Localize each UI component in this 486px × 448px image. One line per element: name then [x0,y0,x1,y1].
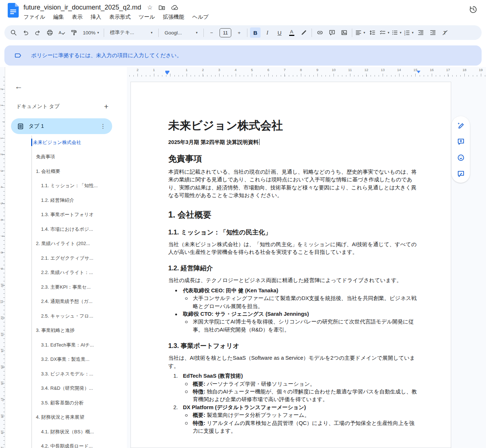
menu-item[interactable]: ヘルプ [189,13,212,21]
move-to-folder-icon[interactable] [158,4,165,11]
highlight-color-button[interactable] [298,27,309,38]
font-size-input[interactable]: 11 [220,28,231,37]
undo-button[interactable] [20,27,31,38]
outline-item[interactable]: 1. 会社概要 [5,164,127,179]
indent-increase-icon [430,29,436,36]
text-color-button[interactable]: A [286,27,297,38]
ruler-number: 1 [146,68,162,72]
left-indent-marker[interactable] [165,71,169,75]
version-history-button[interactable] [469,5,478,14]
outline-item[interactable]: 2. 業績ハイライト (202... [5,237,127,251]
menu-item[interactable]: 拡張機能 [160,13,188,21]
font-value: Googl... [165,30,182,36]
menu-bar: ファイル 編集 表示 挿入 表示形式 ツール 拡張機能 ヘルプ [20,13,212,21]
bulleted-list-button[interactable]: ▾ [391,27,402,38]
star-icon[interactable]: ☆ [147,4,152,11]
outline-item-label: 4.2. 中長期成長ロード... [41,443,93,448]
clear-formatting-button[interactable]: T [439,27,450,38]
add-comment-button[interactable] [327,27,337,38]
outline-item[interactable]: 3.4. R&D（研究開発）... [5,381,127,396]
ai-writing-help-button[interactable] [456,120,466,130]
ruler-number: 7 [0,235,4,237]
field-tag-icon [14,52,22,59]
paragraph-styles-select[interactable]: 標準テキ... ▾ [107,27,156,38]
outline-item[interactable]: 1.3. 事業ポートフォリオ [5,208,127,222]
document-title[interactable]: future_vision_ir_document_2025_q2.md [23,4,141,11]
outline-item[interactable]: 3.5. 顧客基盤の分析 [5,396,127,410]
tab-options-kebab-icon[interactable]: ⋮ [100,123,106,130]
bold-button[interactable]: B [250,27,261,38]
suggest-edits-button[interactable] [456,169,466,179]
document-page[interactable]: 未来ビジョン株式会社 2025年3月期 第2四半期 決算説明資料 免責事項 本資… [130,82,451,448]
svg-text:A: A [59,30,62,35]
menu-item[interactable]: 表示形式 [106,13,134,21]
google-docs-icon[interactable] [8,3,19,18]
redo-button[interactable] [32,27,43,38]
spellcheck-button[interactable]: A [56,27,67,38]
underline-button[interactable]: U [274,27,285,38]
insert-link-button[interactable] [314,27,325,38]
chevron-down-icon: ▾ [151,31,153,34]
emoji-reaction-button[interactable] [456,152,466,163]
outline-item[interactable]: 2.2. 業績ハイライト：... [5,266,127,280]
ruler-number: 4 [228,68,244,72]
increase-indent-button[interactable] [427,27,438,38]
outline-item[interactable]: 3.3. ビジネスモデル：... [5,367,127,381]
outline-item[interactable]: 3.2. DX事業：製造業... [5,352,127,367]
outline-item[interactable]: 4.2. 中長期成長ロード... [5,439,127,448]
menu-item[interactable]: 挿入 [87,13,104,21]
add-tab-button[interactable]: + [104,103,108,110]
ruler-number: 1 [178,68,195,72]
line-spacing-button[interactable] [367,27,378,38]
ruler-number: 5 [0,203,4,204]
increase-font-size-button[interactable]: + [234,27,244,38]
paint-format-button[interactable] [69,27,79,38]
outline-item-label: 1. 会社概要 [36,168,60,175]
outline-item[interactable]: 1.4. 市場におけるポジ... [5,222,127,237]
outline-item[interactable]: 4. 財務状況と将来展望 [5,410,127,425]
outline-item[interactable]: 3. 事業戦略と進捗 [5,323,127,338]
outline-item[interactable]: 2.4. 通期業績予想（ガ... [5,295,127,309]
ruler-number: 17 [440,68,456,72]
search-menus-button[interactable] [8,27,19,38]
outline-item[interactable]: 2.5. キャッシュ・フロ... [5,309,127,323]
ruler-number: 3 [0,170,4,172]
outline-item[interactable]: 2.3. 主要KPI：事業セ... [5,280,127,295]
print-button[interactable] [44,27,55,38]
menu-item[interactable]: ファイル [20,13,48,21]
outline-item-label: 未来ビジョン株式会社 [33,139,81,146]
outline-item[interactable]: 免責事項 [5,150,127,164]
outline-item[interactable]: 2.1. エグゼクティブサ... [5,251,127,266]
list-subitem: 概要:パーソナライズ学習・研修ソリューション。 [168,380,419,388]
ruler-number: 19 [472,68,486,72]
outline-item[interactable]: 未来ビジョン株式会社 [5,135,127,150]
cloud-saved-icon[interactable] [171,4,178,11]
indent-decrease-icon [417,29,424,36]
plus-icon: + [238,30,241,36]
ruler-number: 13 [0,332,4,336]
italic-button[interactable]: I [262,27,273,38]
decrease-font-size-button[interactable]: − [206,27,217,38]
outline-item[interactable]: 1.1. ミッション：「知性... [5,179,127,193]
insert-image-button[interactable] [339,27,349,38]
policy-banner: ポリシーに準拠するには、未入力の項目に入力してください。 [4,45,482,66]
outline-item[interactable]: 3.1. EdTech事業：AIチ... [5,338,127,352]
font-select[interactable]: Googl... ▾ [161,27,201,38]
checklist-button[interactable]: ▾ [379,27,390,38]
tab-item-selected[interactable]: タブ 1 ⋮ [11,118,112,134]
add-comment-rail-button[interactable] [456,136,466,147]
menu-item[interactable]: 編集 [50,13,67,21]
doc-portfolio-list: 1.EdTech SaaS (教育技術) 概要:パーソナライズ学習・研修ソリュー… [168,372,419,435]
align-button[interactable]: ▾ [355,27,365,38]
zoom-select[interactable]: 100% ▾ [81,27,101,38]
close-sidebar-button[interactable]: ← [15,82,23,90]
outline-item-label: 4.1. 財務状況（BS）概... [41,429,94,435]
menu-item[interactable]: ツール [135,13,158,21]
numbered-list-button[interactable]: 123 ▾ [403,27,414,38]
outline-item[interactable]: 4.1. 財務状況（BS）概... [5,425,127,439]
menu-item[interactable]: 表示 [69,13,86,21]
doc-heading-s11: 1.1. ミッション：「知性の民主化」 [168,228,419,237]
decrease-indent-button[interactable] [415,27,426,38]
right-indent-marker[interactable] [417,71,420,73]
outline-item[interactable]: 1.2. 経営陣紹介 [5,193,127,208]
